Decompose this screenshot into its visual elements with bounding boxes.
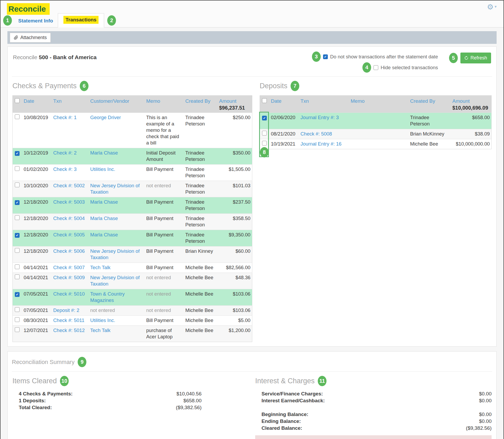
attachments-button[interactable]: Attachments	[10, 33, 51, 43]
refresh-button[interactable]: Refresh	[460, 53, 491, 63]
row-checkbox[interactable]	[262, 141, 267, 146]
cell-created_by: Michelle Bee	[408, 139, 450, 149]
cell-date: 08/30/2021	[22, 316, 51, 326]
row-checkbox[interactable]	[15, 215, 20, 220]
row-checkbox[interactable]	[15, 183, 20, 187]
txn-link[interactable]: Journal Entry #: 16	[301, 141, 342, 147]
checks-col-created: Created By	[183, 96, 217, 113]
vendor-link[interactable]: Tech Talk	[90, 328, 111, 333]
row-checkbox[interactable]	[15, 264, 20, 269]
cell-vendor: Town & Country Magazines	[88, 289, 144, 306]
row-checkbox[interactable]	[15, 114, 20, 119]
memo-text: Bill Payment	[146, 216, 174, 221]
callout-3: 3	[312, 52, 321, 62]
txn-link[interactable]: Check #: 5005	[53, 232, 85, 237]
vendor-link[interactable]: New Jersey Division of Taxation	[90, 183, 140, 195]
tab-transactions[interactable]: Transactions	[58, 13, 104, 27]
txn-link[interactable]: Journal Entry #: 3	[301, 115, 339, 120]
interest-charges-title: Interest & Charges	[255, 377, 315, 385]
vendor-link[interactable]: Marla Chase	[90, 216, 118, 221]
row-checkbox[interactable]	[15, 274, 20, 279]
row-checkbox[interactable]	[262, 131, 267, 136]
row-checkbox[interactable]	[15, 166, 20, 171]
cell-date: 04/14/2021	[22, 263, 51, 273]
amount-text: $60.00	[235, 248, 250, 254]
row-checkbox[interactable]	[15, 233, 20, 238]
refresh-label: Refresh	[470, 55, 487, 61]
row-checkbox[interactable]	[15, 317, 20, 322]
vendor-link[interactable]: New Jersey Division of Taxation	[90, 248, 140, 260]
row-checkbox[interactable]	[15, 200, 20, 205]
tab-statement-info[interactable]: Statement Info	[13, 15, 58, 27]
txn-link[interactable]: Check #: 5002	[53, 183, 85, 188]
cell-amount: $350.00	[217, 148, 252, 165]
cell-created_by: Trinadee Peterson	[183, 165, 217, 181]
settings-menu[interactable]	[487, 3, 497, 11]
table-row: 10/08/2019Check #: 1George DriverThis is…	[13, 113, 252, 148]
txn-link[interactable]: Deposit #: 2	[53, 307, 80, 313]
cell-amount: $250.00	[217, 113, 252, 148]
txn-link[interactable]: Check #: 5009	[53, 275, 85, 280]
txn-link[interactable]: Check #: 2	[53, 150, 77, 156]
cell-memo: not entered	[144, 306, 183, 316]
row-checkbox[interactable]	[15, 327, 20, 332]
row-checkbox-cell	[13, 197, 22, 214]
vendor-link[interactable]: Utilities Inc.	[90, 317, 115, 323]
txn-link[interactable]: Check #: 3	[53, 166, 77, 172]
deposits-select-all-checkbox[interactable]	[262, 98, 267, 103]
amount-text: $10,000,000.00	[456, 141, 490, 147]
hide-after-statement-label: Do not show transactions after the state…	[330, 54, 438, 60]
row-checkbox[interactable]	[15, 292, 20, 297]
date-text: 12/18/2020	[24, 232, 48, 237]
txn-link[interactable]: Check #: 5012	[53, 328, 85, 333]
memo-text: purchase of Acer Laptop	[146, 328, 173, 339]
row-checkbox[interactable]	[15, 151, 20, 156]
cell-date: 07/05/2021	[22, 289, 51, 306]
table-row: 10/10/2020Check #: 5002New Jersey Divisi…	[13, 181, 252, 197]
vendor-link[interactable]: Tech Talk	[90, 265, 111, 270]
txn-link[interactable]: Check #: 5003	[53, 199, 85, 205]
cell-txn: Check #: 5006	[51, 246, 88, 263]
txn-link[interactable]: Check #: 1	[53, 115, 77, 120]
cell-memo: Bill Payment	[144, 165, 183, 181]
cell-date: 08/21/2020	[269, 129, 298, 139]
vendor-link[interactable]: George Driver	[90, 115, 121, 120]
checks-total: $96,237.51	[219, 105, 251, 111]
cell-txn: Check #: 5002	[51, 181, 88, 197]
cell-memo: not entered	[144, 289, 183, 306]
row-checkbox[interactable]	[262, 116, 267, 120]
created_by-text: Trinadee Peterson	[185, 150, 205, 162]
cell-created_by: Trinadee Peterson	[183, 181, 217, 197]
vendor-link[interactable]: Marla Chase	[90, 199, 118, 205]
vendor-link[interactable]: Marla Chase	[90, 150, 118, 156]
vendor-link[interactable]: New Jersey Division of Taxation	[90, 275, 140, 287]
txn-link[interactable]: Check #: 5007	[53, 265, 85, 270]
date-text: 12/18/2020	[24, 199, 48, 205]
cell-memo	[349, 129, 408, 139]
hide-after-statement-checkbox[interactable]	[323, 54, 328, 59]
amount-text: $1,505.00	[229, 166, 250, 172]
hide-selected-checkbox[interactable]	[374, 65, 378, 70]
txn-link[interactable]: Check #: 5011	[53, 317, 85, 323]
row-checkbox[interactable]	[15, 248, 20, 253]
vendor-link[interactable]: Utilities Inc.	[90, 166, 115, 172]
txn-link[interactable]: Check #: 5004	[53, 216, 85, 221]
gear-icon[interactable]	[487, 3, 493, 11]
txn-link[interactable]: Check #: 5010	[53, 291, 85, 297]
created_by-text: Michelle Bee	[185, 291, 213, 297]
vendor-link[interactable]: Marla Chase	[90, 232, 118, 237]
txn-link[interactable]: Check #: 5006	[53, 248, 85, 254]
deposits-header-row: Date Txn Memo Created By Amount $10,000,…	[260, 96, 492, 113]
checks-col-txn: Txn	[51, 96, 88, 113]
txn-link[interactable]: Check #: 5008	[301, 131, 332, 137]
hide-selected-label: Hide selected transactions	[381, 65, 438, 71]
vendor-link[interactable]: Town & Country Magazines	[90, 291, 125, 303]
table-row: 12/07/2021Check #: 5012Tech Talkpurchase…	[13, 326, 252, 342]
memo-text: Bill Payment	[146, 265, 174, 270]
cell-date: 07/05/2021	[22, 306, 51, 316]
checks-select-all-checkbox[interactable]	[15, 98, 20, 103]
memo-text: Bill Payment	[146, 166, 174, 172]
row-checkbox[interactable]	[15, 307, 20, 312]
chevron-down-icon[interactable]	[494, 4, 497, 9]
cell-vendor: Marla Chase	[88, 148, 144, 165]
